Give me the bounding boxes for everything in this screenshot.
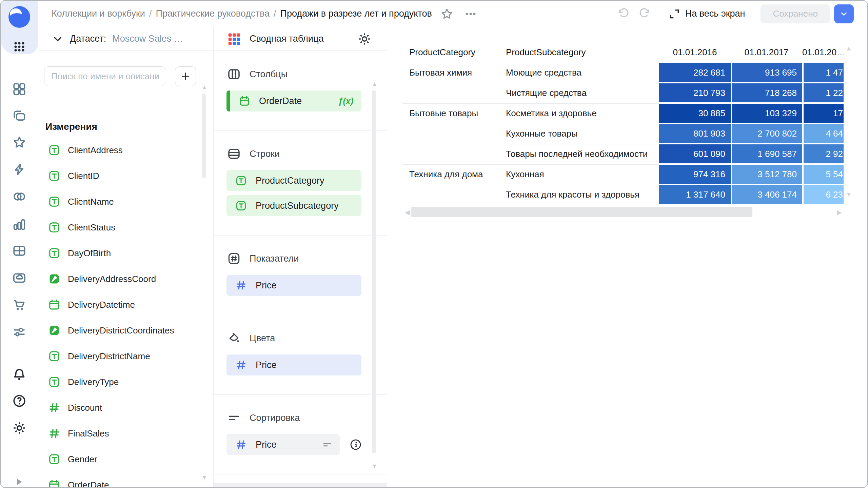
value-cell: 601 090 (659, 144, 731, 165)
save-button[interactable]: Сохранено (761, 4, 830, 23)
subcategory-cell: Моющие средства (499, 63, 659, 83)
dataset-field-DeliveryDatetime[interactable]: DeliveryDatetime (38, 292, 203, 318)
config-section: СтрокиProductCategoryProductSubcategory (214, 131, 387, 236)
scroll-right-icon[interactable]: ▶ (837, 208, 842, 216)
apps-grid-icon[interactable] (12, 39, 27, 54)
section-label: Показатели (250, 253, 299, 264)
breadcrumb-item[interactable]: Продажи в разрезе лет и продуктов (280, 8, 432, 19)
chevron-down-icon[interactable] (52, 33, 64, 45)
dataset-field-ClientName[interactable]: ClientName (38, 189, 203, 215)
settings-gear-icon[interactable] (12, 421, 27, 435)
section-label: Цвета (250, 333, 275, 344)
field-chip-ProductCategory[interactable]: ProductCategory (226, 170, 361, 191)
breadcrumb-item[interactable]: Практические руководства (156, 8, 269, 19)
dataset-field-FinalSales[interactable]: FinalSales (38, 421, 203, 446)
dataset-field-ClientID[interactable]: ClientID (38, 163, 203, 189)
config-scroll-up-icon[interactable]: ▲ (372, 81, 377, 87)
top-bar: Коллекции и воркбуки/Практические руково… (38, 1, 867, 27)
dataset-field-ClientStatus[interactable]: ClientStatus (38, 215, 203, 240)
scrollbar-thumb[interactable] (411, 207, 752, 217)
type-string-icon (48, 376, 60, 388)
dataset-scrollbar[interactable] (202, 94, 206, 178)
table-scroll-up-icon[interactable]: ▲ (846, 45, 852, 52)
dataset-field-DeliveryType[interactable]: DeliveryType (38, 369, 203, 395)
rows-icon (227, 147, 241, 161)
config-scrollbar[interactable] (372, 90, 376, 453)
nav-collections-icon[interactable] (12, 108, 27, 123)
dataset-field-DeliveryAddressCoord[interactable]: DeliveryAddressCoord (38, 266, 203, 292)
dataset-scroll-up-icon[interactable]: ▲ (201, 84, 207, 91)
dataset-field-Gender[interactable]: Gender (38, 446, 203, 472)
dataset-field-ClientAddress[interactable]: ClientAddress (38, 137, 203, 163)
field-chip-OrderDate[interactable]: OrderDateƒ(x) (226, 90, 361, 111)
formula-fx-icon[interactable]: ƒ(x) (338, 96, 353, 106)
redo-icon[interactable] (637, 6, 652, 21)
expand-rail-icon[interactable] (14, 476, 24, 488)
nav-charts-icon[interactable] (12, 217, 27, 232)
chart-canvas: ProductCategoryProductSubcategory01.01.2… (387, 27, 867, 487)
nav-services-icon[interactable] (12, 325, 27, 340)
field-label: ClientAddress (68, 145, 123, 156)
chart-config-panel: Сводная таблица СтолбцыOrderDateƒ(x)Стро… (214, 27, 387, 487)
field-chip-Price[interactable]: Price (226, 434, 340, 455)
sort-direction-icon[interactable] (322, 440, 332, 450)
dataset-field-DeliveryDistrictCoordinates[interactable]: DeliveryDistrictCoordinates (38, 318, 203, 343)
info-icon[interactable] (349, 438, 362, 451)
field-chip-ProductSubcategory[interactable]: ProductSubcategory (226, 195, 361, 216)
field-label: FinalSales (68, 428, 109, 439)
config-scroll-down-icon[interactable]: ▼ (372, 463, 377, 470)
measures-icon (227, 252, 241, 265)
config-sections: СтолбцыOrderDateƒ(x)СтрокиProductCategor… (214, 51, 387, 483)
search-input[interactable] (44, 66, 166, 86)
breadcrumb-item[interactable]: Коллекции и воркбуки (52, 8, 145, 19)
chip-label: Price (256, 440, 277, 450)
type-date-icon (239, 95, 250, 107)
table-scroll-down-icon[interactable]: ▼ (846, 191, 852, 198)
chart-type-label[interactable]: Сводная таблица (250, 34, 323, 44)
help-icon[interactable] (12, 393, 27, 408)
nav-functions-icon[interactable] (12, 162, 27, 177)
chip-label: OrderDate (259, 96, 302, 106)
type-date-icon (48, 299, 60, 311)
undo-icon[interactable] (616, 6, 631, 21)
add-field-button[interactable] (175, 66, 196, 86)
value-cell: 30 885 (659, 104, 731, 124)
chip-label: Price (256, 360, 277, 370)
subcategory-cell: Кухонная (499, 165, 659, 185)
nav-files-icon[interactable] (12, 270, 27, 285)
pivot-table-icon[interactable] (226, 31, 242, 47)
dataset-field-Discount[interactable]: Discount (38, 395, 203, 421)
date-column-header: 01.01.20… (802, 42, 844, 63)
notifications-bell-icon[interactable] (12, 367, 27, 382)
table-row: Бытовая химияМоющие средства282 681913 6… (402, 63, 844, 83)
nav-favorites-icon[interactable] (12, 135, 27, 150)
type-string-icon (48, 144, 60, 156)
dataset-field-DayOfBirth[interactable]: DayOfBirth (38, 240, 203, 266)
sort-icon (227, 411, 241, 425)
favorite-star-icon[interactable] (439, 6, 454, 21)
field-chip-Price[interactable]: Price (226, 354, 361, 375)
chip-label: Price (256, 280, 277, 291)
chart-settings-gear-icon[interactable] (357, 32, 372, 46)
nav-marketplace-icon[interactable] (12, 298, 27, 312)
nav-connections-icon[interactable] (12, 189, 27, 204)
dataset-name-link[interactable]: Moscow Sales … (112, 34, 183, 44)
type-string-icon (48, 453, 60, 465)
subcategory-cell: Кухонные товары (499, 124, 659, 144)
config-section: ЦветаPrice (214, 315, 387, 395)
field-label: ClientID (68, 171, 99, 181)
save-menu-button[interactable] (834, 4, 854, 23)
date-column-header: 01.01.2017 (731, 42, 802, 63)
fullscreen-button[interactable]: На весь экран (668, 8, 745, 20)
datalens-logo-icon[interactable] (8, 6, 30, 28)
nav-dashboards-icon[interactable] (12, 82, 27, 97)
dataset-scroll-down-icon[interactable]: ▼ (201, 474, 207, 481)
dataset-field-DeliveryDistrictName[interactable]: DeliveryDistrictName (38, 343, 203, 369)
more-menu-icon[interactable] (463, 6, 478, 21)
value-cell: 2 700 802 (731, 124, 802, 144)
dataset-field-OrderDate[interactable]: OrderDate (38, 472, 203, 487)
nav-datasets-icon[interactable] (12, 243, 27, 258)
type-string-icon (48, 350, 60, 362)
scroll-left-icon[interactable]: ◀ (405, 208, 410, 216)
field-chip-Price[interactable]: Price (226, 275, 361, 296)
